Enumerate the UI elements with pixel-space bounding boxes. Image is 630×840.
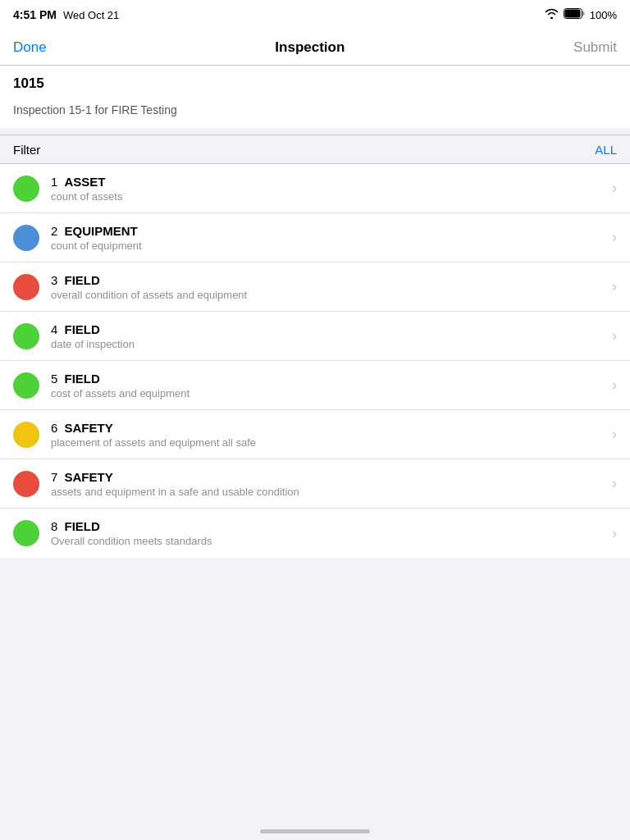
item-type: FIELD <box>65 519 100 533</box>
filter-all-button[interactable]: ALL <box>595 143 617 157</box>
page-title: Inspection <box>275 39 345 56</box>
item-number: 5 <box>51 372 62 386</box>
item-text: 8 FIELDOverall condition meets standards <box>51 519 612 547</box>
item-subtitle: overall condition of assets and equipmen… <box>51 289 612 301</box>
home-indicator <box>0 819 630 840</box>
chevron-right-icon: › <box>612 229 617 246</box>
chevron-right-icon: › <box>612 475 617 492</box>
item-number: 2 <box>51 224 62 238</box>
item-type: ASSET <box>65 175 106 189</box>
item-text: 3 FIELDoverall condition of assets and e… <box>51 273 612 301</box>
item-text: 5 FIELDcost of assets and equipment <box>51 372 612 399</box>
list-item[interactable]: 4 FIELDdate of inspection› <box>0 312 630 361</box>
item-subtitle: cost of assets and equipment <box>51 387 612 399</box>
list-item[interactable]: 7 SAFETYassets and equipment in a safe a… <box>0 459 630 509</box>
item-title: 2 EQUIPMENT <box>51 224 612 238</box>
inspection-list: 1 ASSETcount of assets›2 EQUIPMENTcount … <box>0 164 630 558</box>
chevron-right-icon: › <box>612 426 617 443</box>
list-item[interactable]: 6 SAFETYplacement of assets and equipmen… <box>0 410 630 459</box>
item-type: EQUIPMENT <box>65 224 138 238</box>
battery-percent: 100% <box>590 9 617 21</box>
item-type: FIELD <box>65 322 100 336</box>
submit-button[interactable]: Submit <box>573 39 617 56</box>
info-section: 1015 Inspection 15-1 for FIRE Testing <box>0 66 630 128</box>
filter-label: Filter <box>13 143 40 157</box>
dot-blue <box>13 225 39 251</box>
item-number: 7 <box>51 470 62 484</box>
status-time: 4:51 PM <box>13 8 57 21</box>
item-number: 3 <box>51 273 62 287</box>
item-subtitle: count of assets <box>51 190 612 203</box>
chevron-right-icon: › <box>612 278 617 295</box>
chevron-right-icon: › <box>612 180 617 197</box>
item-title: 6 SAFETY <box>51 421 612 435</box>
list-item[interactable]: 5 FIELDcost of assets and equipment› <box>0 361 630 410</box>
item-subtitle: date of inspection <box>51 338 612 350</box>
wifi-icon <box>545 8 559 21</box>
item-title: 4 FIELD <box>51 322 612 336</box>
filter-bar: Filter ALL <box>0 135 630 164</box>
battery-icon <box>564 8 585 21</box>
status-bar: 4:51 PM Wed Oct 21 100% <box>0 0 630 30</box>
item-number: 4 <box>51 322 62 336</box>
item-text: 7 SAFETYassets and equipment in a safe a… <box>51 470 612 498</box>
dot-green <box>13 176 39 202</box>
dot-green <box>13 372 39 399</box>
item-text: 4 FIELDdate of inspection <box>51 322 612 350</box>
svg-rect-2 <box>564 10 580 18</box>
item-text: 2 EQUIPMENTcount of equipment <box>51 224 612 252</box>
item-subtitle: Overall condition meets standards <box>51 535 612 547</box>
item-text: 6 SAFETYplacement of assets and equipmen… <box>51 421 612 449</box>
item-title: 1 ASSET <box>51 175 612 189</box>
item-text: 1 ASSETcount of assets <box>51 175 612 203</box>
done-button[interactable]: Done <box>13 39 47 56</box>
list-item[interactable]: 8 FIELDOverall condition meets standards… <box>0 509 630 558</box>
list-item[interactable]: 3 FIELDoverall condition of assets and e… <box>0 262 630 312</box>
item-title: 7 SAFETY <box>51 470 612 484</box>
svg-rect-1 <box>582 11 585 16</box>
item-title: 8 FIELD <box>51 519 612 533</box>
list-item[interactable]: 2 EQUIPMENTcount of equipment› <box>0 213 630 262</box>
inspection-subtitle: Inspection 15-1 for FIRE Testing <box>13 103 617 128</box>
chevron-right-icon: › <box>612 327 617 345</box>
item-title: 3 FIELD <box>51 273 612 287</box>
item-number: 8 <box>51 519 62 533</box>
inspection-id: 1015 <box>13 75 617 95</box>
nav-bar: Done Inspection Submit <box>0 30 630 66</box>
dot-red <box>13 274 39 300</box>
item-type: SAFETY <box>65 470 113 484</box>
item-type: FIELD <box>65 273 100 287</box>
dot-yellow <box>13 422 39 448</box>
status-date: Wed Oct 21 <box>63 9 119 21</box>
item-type: FIELD <box>65 372 100 386</box>
dot-red <box>13 471 39 497</box>
item-subtitle: count of equipment <box>51 240 612 252</box>
chevron-right-icon: › <box>612 377 617 394</box>
item-subtitle: assets and equipment in a safe and usabl… <box>51 486 612 498</box>
dot-green <box>13 323 39 349</box>
item-type: SAFETY <box>65 421 113 435</box>
list-item[interactable]: 1 ASSETcount of assets› <box>0 164 630 213</box>
item-subtitle: placement of assets and equipment all sa… <box>51 436 612 449</box>
dot-green <box>13 520 39 546</box>
chevron-right-icon: › <box>612 525 617 542</box>
status-indicators: 100% <box>545 8 617 21</box>
item-title: 5 FIELD <box>51 372 612 386</box>
item-number: 6 <box>51 421 62 435</box>
home-bar <box>260 829 370 833</box>
item-number: 1 <box>51 175 62 189</box>
